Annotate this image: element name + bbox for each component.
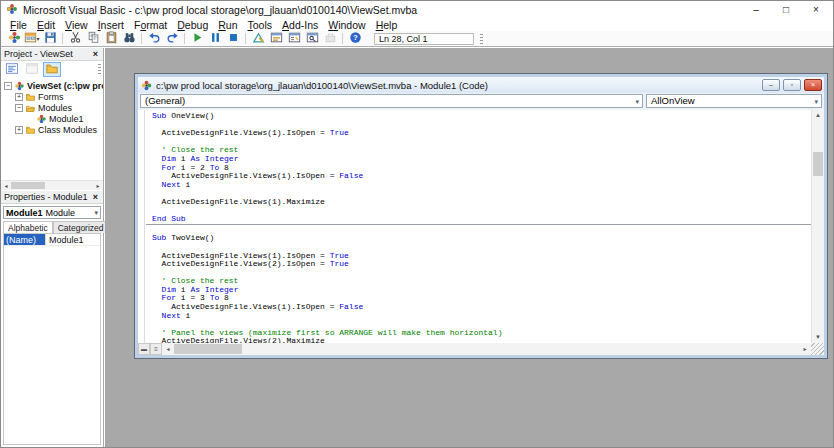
chevron-down-icon: ▾	[814, 96, 818, 108]
scrollbar-track[interactable]	[242, 343, 799, 355]
code-window: c:\pw prod local storage\org_jlauan\d010…	[134, 73, 828, 359]
chevron-down-icon: ▾	[94, 209, 98, 217]
object-browser-button[interactable]	[303, 31, 321, 46]
tree-item-forms[interactable]: +Forms	[1, 91, 103, 102]
scroll-right-icon[interactable]: ▸	[93, 181, 103, 190]
expand-plus-icon[interactable]: +	[15, 126, 23, 134]
properties-window-button[interactable]	[285, 31, 303, 46]
run-button[interactable]	[188, 31, 206, 46]
object-browser-icon	[306, 30, 319, 48]
chevron-down-icon[interactable]: ▾	[36, 35, 39, 42]
procedure-view-button[interactable]: ▬	[138, 343, 150, 355]
close-icon[interactable]: ×	[90, 192, 101, 202]
tree-item-module1[interactable]: Module1	[1, 113, 103, 124]
maximize-button[interactable]: □	[771, 1, 801, 19]
scrollbar-thumb[interactable]	[813, 152, 823, 176]
property-name-cell[interactable]: (Name)	[4, 234, 46, 245]
help-button[interactable]: ?	[346, 31, 364, 46]
binoculars-icon	[123, 30, 136, 48]
toolbar: ▾? Ln 28, Col 1	[1, 31, 833, 47]
code-line	[152, 269, 811, 278]
scroll-up-icon[interactable]: ▲	[812, 110, 824, 121]
insert-userform-button[interactable]: ▾	[23, 31, 41, 46]
project-icon	[14, 81, 25, 91]
code-line: ' Close the rest	[152, 146, 811, 155]
scrollbar-thumb[interactable]	[11, 182, 45, 189]
app-view-button[interactable]	[5, 31, 23, 46]
toolbar-separator	[184, 33, 185, 44]
procedure-dropdown[interactable]: AllOnView ▾	[646, 94, 822, 108]
copy-button[interactable]	[84, 31, 102, 46]
redo-arrow-icon	[166, 30, 179, 48]
cut-button[interactable]	[66, 31, 84, 46]
project-explorer-button[interactable]	[267, 31, 285, 46]
project-panel-title: Project - ViewSet	[4, 49, 73, 59]
scroll-left-icon[interactable]: ◂	[162, 343, 174, 355]
scissors-icon	[69, 30, 82, 48]
minimize-button[interactable]: –	[741, 1, 771, 19]
minimize-button[interactable]: –	[762, 79, 780, 91]
break-button[interactable]	[206, 31, 224, 46]
design-mode-button[interactable]	[249, 31, 267, 46]
tree-item-label: Forms	[38, 92, 64, 102]
tab-alphabetic[interactable]: Alphabetic	[3, 221, 53, 233]
menu-item-help[interactable]: Help	[371, 19, 403, 31]
object-dropdown[interactable]: (General) ▾	[140, 94, 643, 108]
undo-button[interactable]	[145, 31, 163, 46]
full-module-view-button[interactable]: ≡	[150, 343, 162, 355]
code-line: End Sub	[152, 215, 811, 224]
toolbar-buttons: ▾?	[5, 31, 364, 46]
toolbar-grip[interactable]	[480, 34, 483, 44]
code-line: Sub TwoView()	[152, 234, 811, 243]
scroll-left-icon[interactable]: ◂	[1, 181, 11, 190]
folder-icon	[45, 61, 59, 79]
project-toolbar-grip[interactable]	[98, 64, 101, 74]
paste-button[interactable]	[102, 31, 120, 46]
view-object-icon	[25, 61, 39, 79]
object-dropdown-value: (General)	[145, 95, 185, 106]
tab-categorized[interactable]: Categorized	[53, 221, 109, 233]
property-value-cell[interactable]: Module1	[46, 234, 100, 245]
collapse-minus-icon[interactable]: −	[4, 82, 12, 90]
tree-item-class-modules[interactable]: +Class Modules	[1, 124, 103, 135]
project-panel-toolbar	[1, 61, 103, 78]
code-line: ActiveDesignFile.Views(2).Maximize	[152, 337, 811, 343]
margin-indicator-bar[interactable]	[138, 110, 145, 343]
collapse-minus-icon[interactable]: −	[15, 104, 23, 112]
toggle-folders-button[interactable]	[43, 62, 61, 77]
scrollbar-thumb[interactable]	[174, 344, 242, 354]
scroll-down-icon[interactable]: ▼	[812, 332, 824, 343]
code-window-titlebar[interactable]: c:\pw prod local storage\org_jlauan\d010…	[138, 77, 824, 93]
selected-object-name: Module1	[6, 208, 43, 218]
view-code-button[interactable]	[3, 62, 21, 77]
module-icon	[141, 80, 152, 91]
scrollbar-track[interactable]	[45, 181, 93, 190]
stop-icon	[227, 30, 240, 48]
toolbox-icon	[324, 30, 337, 48]
properties-panel-title: Properties - Module1	[4, 192, 88, 202]
code-editor[interactable]: Sub OneView() ActiveDesignFile.Views(1).…	[146, 112, 811, 343]
scroll-right-icon[interactable]: ▸	[799, 343, 811, 355]
restore-button[interactable]: ▫	[783, 79, 801, 91]
window-controls: –□×	[741, 1, 831, 19]
view-object-button[interactable]	[23, 62, 41, 77]
reset-button[interactable]	[224, 31, 242, 46]
tree-item-modules[interactable]: −Modules	[1, 102, 103, 113]
object-selector-dropdown[interactable]: Module1 Module ▾	[3, 206, 101, 219]
save-button[interactable]	[41, 31, 59, 46]
expand-plus-icon[interactable]: +	[15, 93, 23, 101]
project-explorer-icon	[270, 30, 283, 48]
redo-button[interactable]	[163, 31, 181, 46]
close-button[interactable]: ×	[801, 1, 831, 19]
vertical-scrollbar[interactable]: ▲ ▼	[811, 110, 824, 343]
tree-item-label: Modules	[38, 103, 72, 113]
project-tree-hscrollbar[interactable]: ◂ ▸	[1, 180, 103, 190]
window-title: Microsoft Visual Basic - c:\pw prod loca…	[23, 4, 417, 16]
close-icon[interactable]: ×	[90, 49, 101, 59]
tree-item-viewset-c-pw-prod-loc[interactable]: −ViewSet (c:\pw prod loc	[1, 80, 103, 91]
close-button[interactable]: ×	[804, 79, 822, 91]
resize-grip[interactable]	[811, 343, 824, 355]
project-panel-header: Project - ViewSet ×	[1, 48, 103, 61]
find-button[interactable]	[120, 31, 138, 46]
properties-panel-header: Properties - Module1 ×	[1, 191, 103, 204]
